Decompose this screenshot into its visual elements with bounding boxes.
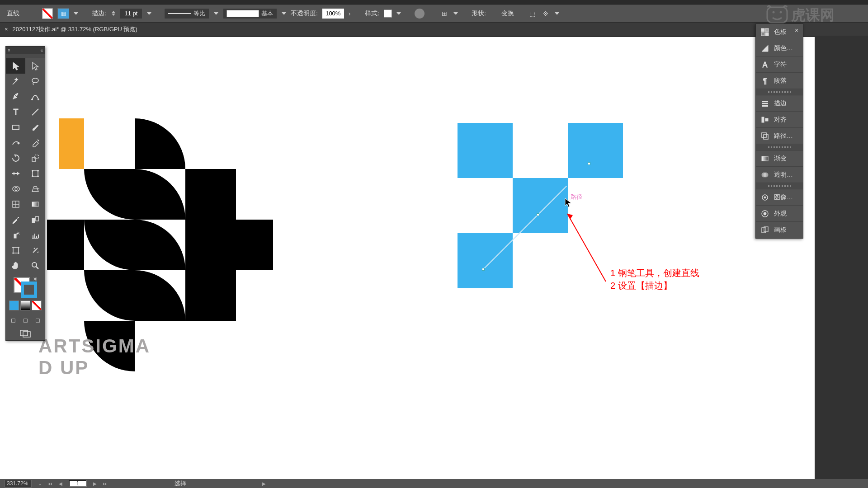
arrange-icon[interactable]: ※ <box>541 9 550 18</box>
direct-selection-tool[interactable] <box>25 58 45 74</box>
stroke-color-swatch[interactable]: ▦ <box>57 8 69 19</box>
stroke-weight-input[interactable]: 11 pt <box>120 8 142 19</box>
gradient-mode-icon[interactable] <box>20 300 30 310</box>
stroke-profile-select[interactable]: 等比 <box>164 8 209 19</box>
color-mode-icon[interactable] <box>9 300 19 310</box>
graph-tool[interactable] <box>25 227 45 243</box>
panel-paragraph[interactable]: ¶ 段落 <box>756 73 803 89</box>
shape-builder-tool[interactable] <box>6 181 25 197</box>
draw-behind-icon[interactable]: ◻ <box>20 315 31 325</box>
perspective-tool[interactable] <box>25 181 45 197</box>
panel-image[interactable]: 图像… <box>756 189 803 206</box>
panel-appearance[interactable]: 外观 <box>756 206 803 222</box>
svg-point-22 <box>32 263 37 267</box>
panel-stroke[interactable]: 描边 <box>756 95 803 112</box>
style-swatch[interactable] <box>384 9 392 18</box>
svg-line-26 <box>567 214 606 282</box>
svg-rect-17 <box>32 202 38 206</box>
mesh-tool[interactable] <box>6 197 25 212</box>
panel-color[interactable]: 颜色… <box>756 40 803 56</box>
zoom-tool[interactable] <box>25 258 45 273</box>
free-transform-tool[interactable] <box>25 166 45 181</box>
type-tool[interactable]: T <box>6 104 25 120</box>
align-icon[interactable]: ⊞ <box>440 9 449 18</box>
canvas[interactable]: × « T <box>0 37 815 479</box>
align-dropdown-icon[interactable] <box>453 12 458 17</box>
recolor-icon[interactable] <box>415 9 425 19</box>
eraser-tool[interactable] <box>25 135 45 150</box>
slice-tool[interactable] <box>25 243 45 258</box>
svg-rect-27 <box>761 28 764 32</box>
anchor-point[interactable] <box>537 213 539 216</box>
opacity-flyout-icon[interactable]: › <box>349 10 351 17</box>
fill-swatch[interactable] <box>42 8 53 19</box>
transform-label[interactable]: 变换 <box>501 9 514 18</box>
zoom-input[interactable]: 331.72% <box>5 480 32 488</box>
selection-tool[interactable] <box>6 58 25 74</box>
pen-tool[interactable] <box>6 89 25 104</box>
width-tool[interactable] <box>6 166 25 181</box>
draw-normal-icon[interactable]: ◻ <box>8 315 19 325</box>
tools-collapse-icon[interactable]: « <box>40 48 43 53</box>
annotation-text: 1 钢笔工具，创建直线 2 设置【描边】 <box>610 267 699 292</box>
stroke-label: 描边: <box>92 9 106 18</box>
arrange-dropdown-icon[interactable] <box>555 12 559 17</box>
rectangle-tool[interactable] <box>6 120 25 135</box>
panel-transparency[interactable]: 透明… <box>756 167 803 183</box>
brush-dropdown-icon[interactable] <box>282 12 286 17</box>
style-dropdown-icon[interactable] <box>396 12 401 17</box>
transparency-icon <box>760 170 769 179</box>
stroke-stepper[interactable] <box>112 9 115 18</box>
opacity-input[interactable]: 100% <box>322 9 344 19</box>
last-artboard-icon[interactable]: ⏭ <box>103 481 108 486</box>
profile-dropdown-icon[interactable] <box>214 12 218 17</box>
paintbrush-tool[interactable] <box>25 120 45 135</box>
first-artboard-icon[interactable]: ⏮ <box>48 481 52 486</box>
symbol-sprayer-tool[interactable] <box>6 227 25 243</box>
artboard-tool[interactable] <box>6 243 25 258</box>
magic-wand-tool[interactable] <box>6 74 25 89</box>
tab-close-icon[interactable]: × <box>5 26 8 33</box>
next-artboard-icon[interactable]: ▶ <box>93 481 97 486</box>
svg-point-13 <box>37 176 38 177</box>
hand-tool[interactable] <box>6 258 25 273</box>
eyedropper-tool[interactable] <box>6 212 25 227</box>
scale-tool[interactable] <box>25 150 45 166</box>
curvature-tool[interactable] <box>25 89 45 104</box>
brush-select[interactable]: 基本 <box>223 8 277 19</box>
rotate-tool[interactable] <box>6 150 25 166</box>
status-flyout-icon[interactable]: ▶ <box>262 481 266 486</box>
svg-rect-5 <box>13 125 19 130</box>
lasso-tool[interactable] <box>25 74 45 89</box>
panel-gradient[interactable]: 渐变 <box>756 150 803 167</box>
panel-artboards[interactable]: 画板 <box>756 222 803 238</box>
blend-tool[interactable] <box>25 212 45 227</box>
color-dropdown-icon[interactable] <box>74 12 78 17</box>
panel-align[interactable]: 对齐 <box>756 112 803 128</box>
anchor-point[interactable] <box>588 162 590 165</box>
line-tool[interactable] <box>25 104 45 120</box>
gradient-tool[interactable] <box>25 197 45 212</box>
panel-pathfinder[interactable]: 路径… <box>756 128 803 144</box>
fill-stroke-control[interactable]: ⤨ <box>13 276 38 299</box>
artwork-text-1: ARTSIGMA <box>38 335 151 357</box>
svg-rect-29 <box>761 33 764 36</box>
panel-character[interactable]: A 字符 <box>756 56 803 73</box>
isolate-icon[interactable]: ⬚ <box>528 9 537 18</box>
tools-panel-header[interactable]: × « <box>6 47 45 54</box>
screen-mode-button[interactable] <box>6 327 45 340</box>
stroke-weight-dropdown-icon[interactable] <box>147 12 151 17</box>
svg-point-46 <box>764 212 766 215</box>
shaper-tool[interactable] <box>6 135 25 150</box>
draw-inside-icon[interactable]: ◻ <box>32 315 43 325</box>
artboard-number-input[interactable] <box>69 480 87 487</box>
swap-fill-stroke-icon[interactable]: ⤨ <box>33 276 37 282</box>
stroke-color-icon[interactable] <box>21 282 37 298</box>
document-tab-label[interactable]: 20201127操作.ai* @ 331.72% (RGB/GPU 预览) <box>13 25 137 33</box>
none-mode-icon[interactable] <box>32 300 42 310</box>
anchor-point[interactable] <box>482 268 485 271</box>
tools-close-icon[interactable]: × <box>8 48 10 53</box>
zoom-dropdown-icon[interactable]: ⌄ <box>38 481 42 486</box>
prev-artboard-icon[interactable]: ◀ <box>59 481 62 486</box>
default-colors-icon[interactable] <box>13 292 19 299</box>
